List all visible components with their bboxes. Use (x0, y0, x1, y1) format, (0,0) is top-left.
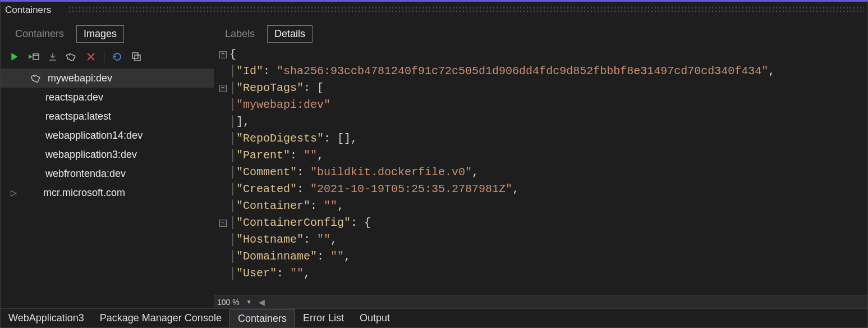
tab-images[interactable]: Images (76, 25, 124, 43)
bottom-tab-1[interactable]: Package Manager Console (92, 309, 229, 327)
main-area: Containers Images (1, 19, 867, 308)
grip-dots[interactable] (68, 6, 864, 12)
image-label: reactspa:dev (45, 92, 103, 103)
code-line: │ "Container": "", (216, 198, 867, 215)
image-label: webfrontenda:dev (45, 168, 126, 180)
svg-marker-0 (11, 53, 17, 61)
code-line: │ "mywebapi:dev" (216, 97, 867, 113)
scroll-left-icon[interactable]: ◀ (259, 298, 265, 307)
zoom-bar: 100 % ▼ ◀ (214, 295, 867, 308)
image-item-3[interactable]: webapplication14:dev (1, 126, 214, 145)
right-pane: Labels Details −{│ "Id": "sha256:93ccb47… (214, 19, 867, 308)
code-line: −│ "RepoTags": [ (216, 80, 867, 97)
code-line: │ ], (216, 113, 867, 130)
bottom-tab-4[interactable]: Output (352, 309, 398, 327)
code-line: │ "Created": "2021-10-19T05:25:35.278798… (216, 181, 867, 198)
delete-icon[interactable] (85, 51, 97, 63)
svg-point-5 (69, 54, 70, 56)
fold-icon[interactable]: − (219, 51, 227, 58)
panel-titlebar[interactable]: Containers (1, 2, 867, 19)
bottom-tab-2[interactable]: Containers (229, 309, 295, 327)
code-line: −│ "ContainerConfig": { (216, 215, 867, 231)
image-label: mywebapi:dev (48, 72, 112, 84)
bottom-tab-0[interactable]: WebApplication3 (1, 309, 92, 327)
code-line: │ "Hostname": "", (216, 231, 867, 248)
code-line: │ "RepoDigests": [], (216, 130, 867, 147)
image-item-1[interactable]: reactspa:dev (1, 88, 214, 107)
tab-details[interactable]: Details (267, 25, 313, 43)
code-line: │ "Comment": "buildkit.dockerfile.v0", (216, 164, 867, 181)
bottom-tab-3[interactable]: Error List (295, 309, 352, 327)
toolbar-separator (104, 51, 104, 62)
image-item-4[interactable]: webapplication3:dev (1, 145, 214, 164)
fold-icon[interactable]: − (219, 85, 227, 92)
image-tree: mywebapi:dev reactspa:dev reactspa:lates… (1, 66, 214, 308)
image-item-0[interactable]: mywebapi:dev (1, 69, 214, 88)
zoom-dropdown-icon[interactable]: ▼ (243, 299, 255, 305)
svg-marker-1 (29, 54, 33, 59)
image-item-5[interactable]: webfrontenda:dev (1, 164, 214, 183)
image-label: webapplication14:dev (45, 130, 143, 142)
right-tab-row: Labels Details (214, 19, 867, 46)
run-window-icon[interactable] (27, 51, 40, 63)
copy-icon[interactable] (130, 51, 143, 63)
zoom-level[interactable]: 100 % (217, 298, 240, 307)
tag-icon (31, 74, 42, 83)
svg-point-10 (34, 76, 35, 77)
left-tab-row: Containers Images (1, 23, 214, 47)
svg-rect-2 (33, 54, 39, 60)
image-label: reactspa:latest (45, 111, 111, 122)
code-line: │ "Domainname": "", (216, 248, 867, 265)
run-icon[interactable] (8, 51, 21, 63)
code-line: │ "Id": "sha256:93ccb4781240f91c72c505d1… (216, 63, 867, 80)
tag-icon[interactable] (66, 51, 78, 63)
refresh-icon[interactable] (111, 51, 123, 63)
image-item-2[interactable]: reactspa:latest (1, 107, 214, 126)
registry-label: mcr.microsoft.com (43, 187, 125, 199)
tab-containers[interactable]: Containers (8, 26, 71, 42)
bottom-tab-strip: WebApplication3 Package Manager Console … (1, 308, 867, 327)
image-label: webapplication3:dev (45, 149, 137, 161)
tab-labels[interactable]: Labels (218, 26, 261, 42)
download-icon[interactable] (47, 51, 59, 63)
left-pane: Containers Images (1, 19, 214, 308)
registry-item[interactable]: ▷ mcr.microsoft.com (1, 183, 214, 202)
panel-title: Containers (5, 4, 51, 16)
fold-icon[interactable]: − (219, 220, 227, 227)
svg-rect-8 (132, 53, 138, 58)
code-line: │ "Parent": "", (216, 147, 867, 164)
code-line: −{ (216, 46, 867, 63)
svg-rect-9 (135, 55, 140, 61)
image-toolbar (1, 47, 214, 66)
code-line: │ "User": "", (216, 265, 867, 282)
json-viewer[interactable]: −{│ "Id": "sha256:93ccb4781240f91c72c505… (214, 46, 867, 295)
expand-caret-icon[interactable]: ▷ (8, 188, 19, 197)
